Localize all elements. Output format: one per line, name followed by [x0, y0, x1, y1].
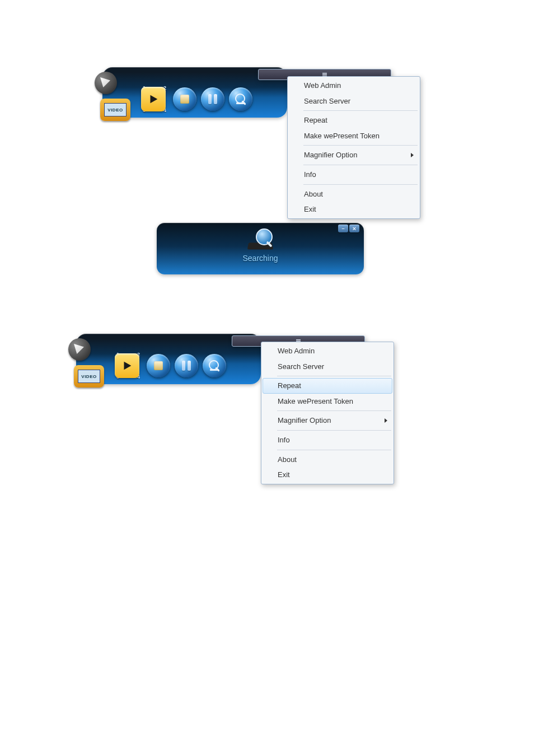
menu-item-label: Info — [304, 170, 316, 179]
context-menu-1: Web Admin Search Server Repeat Make wePr… — [287, 76, 420, 219]
menu-item-make-token[interactable]: Make wePresent Token — [263, 394, 392, 409]
menu-item-label: Repeat — [278, 381, 301, 390]
menu-item-label: About — [304, 190, 323, 198]
window-controls-1 — [258, 69, 283, 77]
magnifier-icon — [209, 360, 220, 371]
stop-icon — [180, 95, 189, 104]
menu-item-repeat[interactable]: Repeat — [263, 378, 392, 394]
menu-separator — [303, 165, 418, 165]
submenu-arrow-icon — [385, 418, 387, 423]
menu-item-search-server[interactable]: Search Server — [263, 359, 392, 375]
play-icon — [141, 87, 166, 111]
video-tab[interactable]: VIDEO — [100, 99, 130, 121]
control-bar-1: VIDEO 1 2 3 4 — [102, 67, 287, 118]
svg-rect-1 — [322, 74, 327, 76]
menu-item-label: About — [278, 455, 297, 464]
menu-item-label: Repeat — [304, 116, 327, 124]
stop-icon — [154, 361, 163, 370]
menu-separator — [303, 184, 418, 185]
menu-item-magnifier-option[interactable]: Magnifier Option — [263, 413, 392, 428]
playback-controls-1: 1 2 3 4 — [138, 84, 252, 114]
menu-item-label: Search Server — [304, 97, 350, 105]
menu-separator — [277, 430, 391, 431]
video-tab-label: VIDEO — [104, 103, 127, 116]
video-tab[interactable]: VIDEO — [74, 365, 104, 388]
app-corner-icon — [68, 338, 91, 361]
play-button[interactable]: 1 2 3 4 — [138, 84, 168, 114]
menu-separator — [303, 110, 418, 111]
stop-button[interactable] — [147, 354, 170, 377]
pause-button[interactable] — [201, 87, 224, 111]
menu-item-label: Magnifier Option — [304, 151, 357, 159]
menu-item-label: Make wePresent Token — [304, 132, 380, 140]
svg-rect-3 — [296, 339, 301, 340]
magnifier-icon — [235, 94, 246, 105]
submenu-arrow-icon — [411, 153, 414, 157]
pause-icon — [182, 361, 191, 371]
menu-item-exit[interactable]: Exit — [289, 202, 419, 217]
menu-item-label: Web Admin — [278, 347, 315, 355]
menu-item-label: Web Admin — [304, 81, 341, 90]
menu-item-repeat[interactable]: Repeat — [289, 113, 419, 128]
menu-separator — [277, 410, 391, 411]
menu-item-label: Make wePresent Token — [278, 397, 353, 405]
menu-item-info[interactable]: Info — [263, 432, 392, 448]
menu-item-label: Info — [278, 436, 290, 444]
svg-rect-0 — [322, 73, 327, 74]
menu-item-web-admin[interactable]: Web Admin — [289, 78, 419, 94]
searching-window: Searching — [157, 223, 364, 274]
searching-label: Searching — [157, 254, 364, 263]
menu-item-about[interactable]: About — [263, 452, 392, 468]
video-tab-label: VIDEO — [78, 370, 100, 383]
play-icon — [115, 353, 139, 378]
menu-item-label: Exit — [304, 205, 316, 213]
pause-icon — [208, 94, 217, 104]
menu-separator — [303, 145, 418, 146]
menu-separator — [277, 376, 391, 376]
menu-item-label: Search Server — [278, 362, 324, 371]
window-controls-2 — [232, 335, 256, 343]
magnifier-button[interactable] — [203, 354, 226, 377]
menu-item-exit[interactable]: Exit — [263, 467, 392, 483]
menu-item-web-admin[interactable]: Web Admin — [263, 343, 392, 359]
menu-item-make-token[interactable]: Make wePresent Token — [289, 128, 419, 144]
playback-controls-2: 1 2 3 4 — [112, 351, 226, 381]
menu-separator — [277, 450, 391, 450]
menu-item-info[interactable]: Info — [289, 167, 419, 183]
menu-item-label: Exit — [278, 470, 290, 479]
menu-item-about[interactable]: About — [289, 186, 419, 202]
magnifier-button[interactable] — [229, 87, 252, 111]
menu-item-search-server[interactable]: Search Server — [289, 94, 419, 109]
control-bar-2: VIDEO 1 2 3 4 — [76, 334, 261, 384]
search-router-icon — [245, 228, 276, 250]
stop-button[interactable] — [173, 87, 196, 111]
play-button[interactable]: 1 2 3 4 — [112, 351, 142, 381]
pause-button[interactable] — [175, 354, 198, 377]
context-menu-2: Web Admin Search Server Repeat Make wePr… — [261, 342, 394, 484]
app-corner-icon — [95, 72, 117, 94]
menu-item-label: Magnifier Option — [278, 416, 331, 424]
menu-item-magnifier-option[interactable]: Magnifier Option — [289, 147, 419, 163]
